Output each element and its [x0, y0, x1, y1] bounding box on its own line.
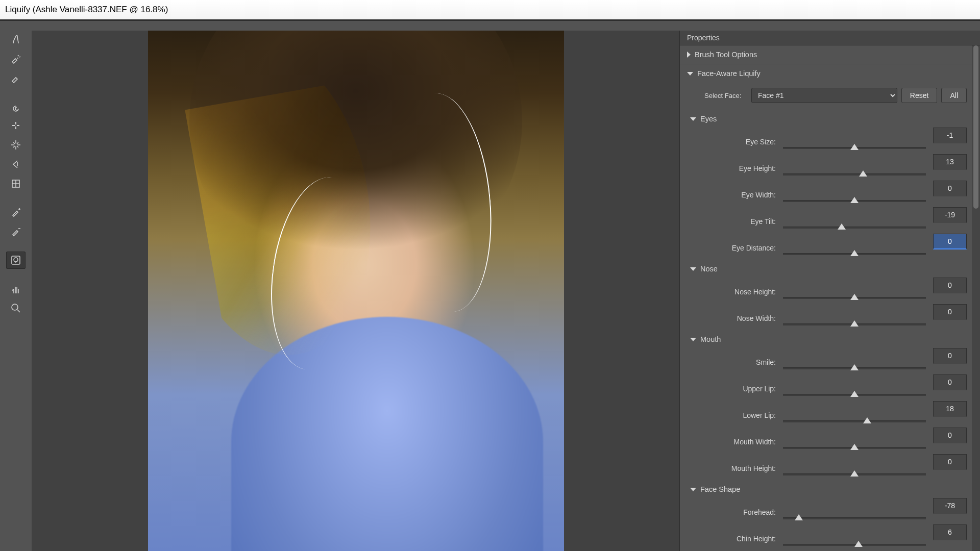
panel-scrollbar[interactable] [972, 45, 980, 551]
eyes-slider-row: Eye Height: [704, 154, 967, 181]
slider-handle[interactable] [850, 197, 859, 203]
freeze-mask-tool[interactable] [6, 175, 26, 192]
slider-value-input[interactable] [933, 428, 967, 443]
slider-value-input[interactable] [933, 278, 967, 293]
slider-track[interactable] [783, 438, 926, 454]
slider-handle[interactable] [850, 444, 859, 450]
nose-slider-row: Nose Height: [704, 278, 967, 304]
zoom-tool[interactable] [6, 299, 26, 317]
slider-track[interactable] [783, 288, 926, 304]
subsection-label: Nose [700, 265, 718, 273]
slider-track[interactable] [783, 138, 926, 154]
slider-handle[interactable] [795, 514, 803, 520]
slider-track[interactable] [783, 508, 926, 524]
brush-tool-options-section: Brush Tool Options [680, 45, 972, 64]
slider-handle[interactable] [863, 417, 871, 423]
slider-value-input[interactable] [933, 304, 967, 320]
select-face-dropdown[interactable]: Face #1 [751, 88, 897, 103]
slider-track[interactable] [783, 411, 926, 428]
mouth-slider-row: Mouth Height: [704, 454, 967, 481]
properties-panel: Properties Brush Tool Options Face-Aware… [679, 31, 980, 551]
thaw-mask-tool[interactable] [6, 204, 26, 221]
slider-handle[interactable] [854, 541, 863, 547]
slider-value-input[interactable] [933, 181, 967, 196]
smooth-brush-icon [10, 72, 21, 83]
hand-tool[interactable] [6, 280, 26, 297]
slider-track[interactable] [783, 385, 926, 401]
reset-button[interactable]: Reset [901, 88, 938, 103]
slider-value-input[interactable] [933, 401, 967, 417]
toolbar-divider [6, 88, 26, 95]
pucker-tool[interactable] [6, 117, 26, 134]
slider-value-input[interactable] [933, 207, 967, 223]
scrollbar-thumb[interactable] [973, 45, 978, 209]
select-face-label: Select Face: [704, 92, 747, 99]
slider-value-input[interactable] [933, 374, 967, 390]
forward-warp-tool[interactable] [6, 30, 26, 47]
slider-handle[interactable] [850, 364, 859, 370]
canvas-area [32, 31, 680, 551]
slider-track[interactable] [783, 191, 926, 207]
push-left-tool[interactable] [6, 156, 26, 173]
slider-handle[interactable] [838, 223, 846, 230]
expand-triangle-icon [690, 117, 696, 121]
slider-value-input[interactable] [933, 154, 967, 170]
face-aware-header[interactable]: Face-Aware Liquify [680, 64, 972, 83]
portrait-photo [148, 31, 564, 551]
all-button[interactable]: All [941, 88, 967, 103]
face-tool[interactable] [6, 252, 26, 269]
bloat-tool[interactable] [6, 136, 26, 154]
slider-label: Forehead: [704, 508, 776, 524]
slider-handle[interactable] [850, 250, 859, 256]
face-aware-section: Face-Aware Liquify Select Face: Face #1 … [680, 64, 972, 551]
eyes-slider-row: Eye Distance: [704, 234, 967, 260]
smooth-tool[interactable] [6, 69, 26, 86]
slider-value-input[interactable] [933, 454, 967, 470]
slider-label: Mouth Width: [704, 438, 776, 454]
slider-track[interactable] [783, 358, 926, 374]
slider-value-input[interactable] [933, 524, 967, 540]
face_shape-subheader[interactable]: Face Shape [690, 481, 967, 498]
checker-icon [10, 178, 21, 189]
slider-value-input[interactable] [933, 128, 967, 143]
slider-value-input[interactable] [933, 348, 967, 364]
brush-tool-options-header[interactable]: Brush Tool Options [680, 45, 972, 64]
slider-track[interactable] [783, 244, 926, 260]
slider-handle[interactable] [850, 320, 859, 327]
slider-track[interactable] [783, 217, 926, 234]
mouth-slider-row: Lower Lip: [704, 401, 967, 428]
reconstruct-tool[interactable] [6, 49, 26, 67]
svg-point-3 [12, 304, 18, 310]
bloat-icon [10, 139, 21, 151]
slider-track[interactable] [783, 464, 926, 481]
eyes-subheader[interactable]: Eyes [690, 110, 967, 128]
face-icon [10, 255, 21, 266]
slider-handle[interactable] [850, 144, 859, 150]
mouth-subheader[interactable]: Mouth [690, 331, 967, 348]
slider-track[interactable] [783, 535, 926, 551]
slider-handle[interactable] [850, 470, 859, 477]
slider-label: Eye Width: [704, 191, 776, 207]
toolbar [0, 21, 32, 551]
collapse-triangle-icon [687, 52, 691, 58]
slider-value-input[interactable] [933, 234, 967, 249]
image-canvas[interactable] [148, 31, 564, 551]
nose-subheader[interactable]: Nose [690, 260, 967, 278]
nose-slider-row: Nose Width: [704, 304, 967, 331]
brush-sparkle-icon [10, 53, 21, 64]
slider-handle[interactable] [850, 391, 859, 397]
slider-label: Eye Distance: [704, 244, 776, 260]
slider-value-input[interactable] [933, 498, 967, 514]
section-label: Face-Aware Liquify [697, 69, 761, 78]
slider-label: Eye Size: [704, 138, 776, 154]
twirl-tool[interactable] [6, 97, 26, 115]
toolbar-divider [6, 242, 26, 249]
expand-triangle-icon [687, 72, 693, 76]
slider-handle[interactable] [850, 294, 859, 300]
slider-handle[interactable] [859, 170, 867, 177]
slider-track[interactable] [783, 314, 926, 331]
subsection-label: Face Shape [700, 485, 740, 493]
section-label: Brush Tool Options [695, 51, 757, 59]
slider-track[interactable] [783, 164, 926, 181]
mask-tool[interactable] [6, 223, 26, 240]
